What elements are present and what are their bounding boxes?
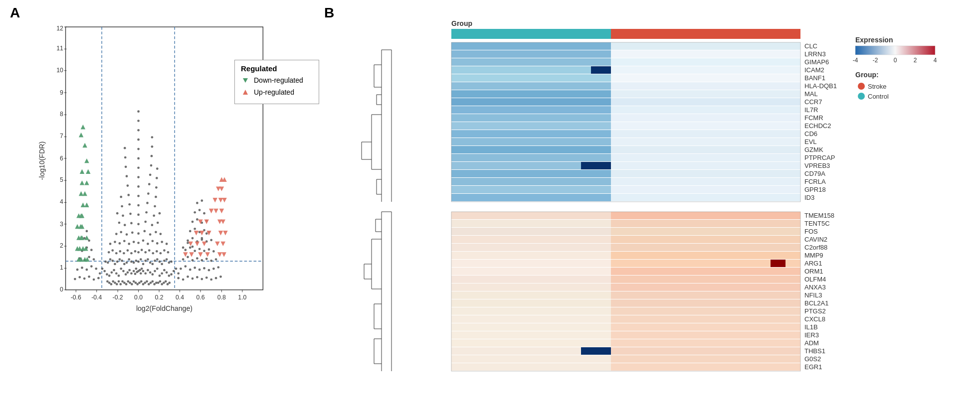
svg-rect-455	[451, 260, 611, 267]
svg-point-288	[129, 281, 131, 284]
svg-rect-418	[451, 106, 611, 114]
svg-point-203	[137, 110, 140, 113]
svg-rect-421	[611, 114, 800, 122]
svg-point-166	[129, 213, 132, 215]
svg-rect-481	[611, 347, 800, 355]
svg-rect-411	[611, 74, 800, 82]
svg-point-65	[152, 273, 154, 276]
svg-point-72	[118, 275, 120, 277]
svg-point-145	[114, 241, 116, 243]
svg-text:CXCL8: CXCL8	[804, 315, 825, 323]
svg-marker-380	[243, 90, 248, 95]
svg-point-209	[200, 278, 203, 280]
svg-rect-547	[855, 46, 935, 55]
svg-rect-461	[451, 276, 611, 283]
svg-rect-413	[611, 82, 800, 90]
svg-rect-476	[611, 331, 800, 339]
svg-rect-405	[451, 58, 611, 66]
svg-rect-433	[581, 162, 611, 169]
svg-text:IL1B: IL1B	[804, 323, 818, 331]
svg-text:PTPRCAP: PTPRCAP	[804, 154, 835, 161]
svg-rect-439	[451, 186, 611, 193]
svg-text:ANXA3: ANXA3	[804, 283, 826, 291]
svg-point-75	[163, 269, 166, 272]
svg-point-137	[133, 241, 135, 243]
svg-point-171	[137, 204, 140, 207]
svg-point-233	[76, 269, 79, 271]
svg-point-301	[159, 280, 162, 282]
svg-point-291	[150, 281, 152, 284]
svg-point-311	[168, 281, 171, 284]
svg-point-317	[200, 237, 203, 240]
svg-point-223	[194, 267, 196, 269]
svg-point-556	[858, 93, 865, 100]
svg-point-76	[113, 269, 115, 272]
svg-rect-422	[451, 122, 611, 130]
svg-text:GZMK: GZMK	[804, 146, 823, 153]
svg-rect-482	[451, 355, 611, 363]
svg-point-188	[156, 177, 158, 179]
svg-point-123	[148, 249, 151, 252]
svg-point-67	[154, 270, 156, 273]
svg-text:CD6: CD6	[804, 130, 817, 138]
svg-rect-425	[611, 130, 800, 138]
svg-text:Stroke: Stroke	[868, 83, 887, 90]
svg-point-63	[149, 272, 152, 274]
svg-point-220	[180, 268, 182, 270]
svg-point-225	[203, 267, 205, 270]
svg-text:3: 3	[60, 221, 63, 228]
svg-rect-485	[611, 363, 800, 371]
svg-rect-480	[581, 347, 611, 355]
volcano-legend: Regulated Down-regulated Up-regulated	[234, 60, 319, 104]
svg-point-51	[139, 269, 141, 272]
svg-point-140	[152, 240, 154, 242]
svg-point-79	[168, 275, 170, 277]
svg-point-95	[130, 261, 133, 263]
svg-point-213	[219, 276, 222, 278]
svg-point-119	[141, 249, 143, 251]
svg-point-163	[118, 222, 121, 224]
svg-point-113	[109, 258, 112, 261]
svg-point-205	[182, 279, 185, 281]
svg-point-102	[154, 260, 156, 262]
svg-text:-log10(FDR): -log10(FDR)	[38, 141, 46, 180]
svg-rect-447	[451, 228, 611, 235]
svg-point-239	[205, 258, 208, 260]
svg-text:ICAM2: ICAM2	[804, 66, 824, 74]
svg-rect-381	[451, 29, 611, 39]
svg-rect-438	[611, 178, 800, 185]
svg-text:G0S2: G0S2	[804, 355, 821, 363]
svg-point-282	[135, 281, 137, 284]
svg-point-219	[74, 278, 76, 280]
svg-point-105	[119, 258, 121, 261]
svg-point-121	[144, 251, 147, 254]
svg-point-257	[192, 237, 194, 240]
legend-title: Regulated	[241, 64, 313, 73]
svg-point-159	[130, 222, 133, 225]
svg-text:PTGS2: PTGS2	[804, 307, 826, 315]
svg-point-186	[149, 174, 152, 176]
svg-rect-440	[611, 186, 800, 193]
svg-point-55	[142, 270, 145, 273]
svg-point-130	[115, 252, 118, 255]
svg-point-270	[192, 221, 194, 223]
svg-text:MAL: MAL	[804, 90, 818, 98]
svg-point-110	[163, 260, 166, 262]
svg-point-118	[137, 251, 140, 254]
svg-point-149	[143, 230, 146, 233]
svg-rect-453	[451, 252, 611, 259]
svg-point-180	[120, 196, 122, 198]
svg-text:6: 6	[60, 155, 63, 162]
svg-point-248	[194, 250, 196, 252]
svg-point-73	[161, 272, 163, 275]
svg-point-107	[116, 261, 119, 263]
svg-point-62	[128, 269, 131, 272]
svg-point-172	[146, 202, 149, 204]
svg-rect-432	[451, 162, 581, 169]
svg-point-58	[135, 268, 138, 270]
svg-rect-417	[611, 98, 800, 106]
svg-point-212	[215, 277, 217, 279]
svg-point-215	[93, 279, 95, 281]
svg-rect-442	[611, 194, 800, 201]
svg-point-309	[167, 283, 169, 285]
